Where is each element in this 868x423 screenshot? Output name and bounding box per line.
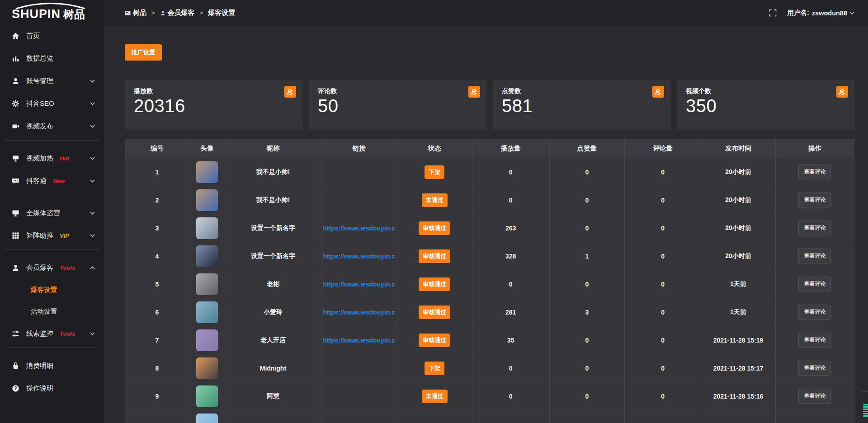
link-cell (321, 410, 397, 423)
nickname-cell: 老人开店 (225, 326, 321, 354)
status-badge: 下架 (425, 165, 444, 179)
plays-cell: 35 (472, 326, 549, 354)
video-link[interactable]: https://www.iesdouyin.c (323, 253, 395, 260)
user-menu[interactable]: 用户名: zswodun88 (788, 9, 855, 17)
bar-chart-icon (12, 55, 19, 62)
sidebar-item-instructions[interactable]: ? 操作说明 (0, 377, 104, 400)
stat-label: 评论数 (318, 87, 477, 95)
sidebar-item-video-heating[interactable]: 视频加热 Hot (0, 147, 104, 169)
publish-time-cell: 1天前 (701, 270, 776, 298)
col-id: 编号 (125, 139, 189, 158)
nickname-cell (225, 410, 321, 423)
likes-cell: 3 (549, 298, 624, 326)
username-value: zswodun88 (812, 9, 847, 17)
likes-cell: 0 (549, 382, 624, 410)
view-comments-button[interactable]: 查看评论 (798, 193, 831, 207)
shopping-bag-icon (12, 362, 19, 370)
view-comments-button[interactable]: 查看评论 (798, 249, 831, 263)
id-cell: 1 (125, 158, 189, 186)
view-comments-button[interactable]: 查看评论 (798, 305, 831, 320)
stat-value: 350 (686, 96, 845, 116)
sidebar-item-label: 数据总览 (26, 54, 53, 63)
stat-card-videos: 视频个数 350 总 (677, 80, 854, 130)
table-row: 2 我不是小帅! 未通过 0 0 0 20小时前 查看评论 (125, 186, 854, 214)
stat-label: 播放数 (134, 87, 293, 95)
id-cell: 5 (125, 270, 189, 298)
video-link[interactable]: https://www.iesdouyin.c (323, 337, 395, 344)
chat-widget[interactable] (860, 391, 868, 419)
breadcrumb-item-member-baoke[interactable]: 会员爆客 (160, 9, 195, 17)
comments-cell: 0 (624, 214, 701, 242)
table-row: 4 设置一个新名字 https://www.iesdouyin.c 审核通过 3… (125, 242, 854, 270)
view-comments-button[interactable]: 查看评论 (798, 389, 831, 404)
breadcrumb-item-root[interactable]: 树品 (125, 9, 146, 17)
view-comments-button[interactable]: 查看评论 (798, 164, 831, 179)
hot-tag: Hot (60, 155, 70, 162)
sidebar-divider (5, 348, 99, 348)
id-cell: 3 (125, 214, 189, 242)
sidebar-item-label: 账号管理 (26, 77, 53, 85)
avatar (196, 329, 218, 351)
status-badge: 下架 (425, 362, 444, 375)
sidebar-item-douketong[interactable]: 抖客通 New (0, 169, 104, 192)
stat-label: 视频个数 (686, 87, 845, 95)
nickname-cell: 设置一个新名字 (225, 242, 321, 270)
sidebar-item-consumption-details[interactable]: 消费明细 (0, 354, 104, 377)
sliders-icon (12, 330, 19, 338)
tools-tag: Tools (60, 264, 75, 271)
grid-icon (12, 232, 19, 240)
sidebar-item-clue-monitor[interactable]: 线索监控 Tools (0, 322, 104, 345)
link-cell (321, 382, 397, 410)
sidebar-item-data-overview[interactable]: 数据总览 (0, 47, 104, 70)
tools-tag: Tools (60, 330, 75, 337)
sidebar-item-home[interactable]: 首页 (0, 24, 104, 47)
promotion-settings-button[interactable]: 推广设置 (125, 44, 162, 61)
plays-cell: 263 (472, 214, 549, 242)
logo: SHUPIN 树品 (0, 0, 104, 24)
sidebar-item-douyin-seo[interactable]: 抖音SEO (0, 92, 104, 115)
sidebar-nav: 首页 数据总览 账号管理 抖音SEO 视频发布 (0, 24, 104, 400)
view-comments-button[interactable]: 查看评论 (798, 361, 831, 376)
publish-time-cell: 20小时前 (701, 214, 776, 242)
col-plays: 播放量 (472, 139, 549, 158)
videos-table-wrap: 编号 头像 昵称 链接 状态 播放量 点赞量 评论量 发布时间 操作 (125, 139, 854, 423)
video-link[interactable]: https://www.iesdouyin.c (323, 309, 395, 316)
nickname-cell: 我不是小帅! (225, 186, 321, 214)
screen-icon (12, 155, 19, 162)
view-comments-button[interactable]: 查看评论 (798, 221, 831, 235)
comments-cell: 0 (624, 326, 701, 354)
chevron-down-icon (90, 212, 95, 215)
sidebar-item-member-baoke[interactable]: 会员爆客 Tools (0, 256, 104, 279)
video-link[interactable]: https://www.iesdouyin.c (323, 225, 395, 232)
sidebar-item-matrix-boost[interactable]: 矩阵助推 VIP (0, 224, 104, 247)
view-comments-button[interactable]: 查看评论 (798, 333, 831, 348)
sidebar-item-account-management[interactable]: 账号管理 (0, 70, 104, 92)
sidebar-item-all-media[interactable]: 全媒体运营 (0, 202, 104, 224)
link-cell: https://www.iesdouyin.c (321, 270, 397, 298)
stat-value: 50 (318, 96, 477, 116)
chevron-down-icon (90, 332, 95, 335)
col-actions: 操作 (775, 139, 854, 158)
table-row: 9 阿慧 未通过 0 0 0 2021-11-28 15:16 查看评论 (125, 382, 854, 410)
breadcrumb-separator: > (151, 9, 155, 16)
chat-bubble-icon (12, 177, 19, 185)
topbar-right: 用户名: zswodun88 (769, 9, 855, 17)
sidebar-item-label: 线索监控 (26, 329, 53, 338)
sidebar-item-video-publish[interactable]: 视频发布 (0, 115, 104, 137)
video-link[interactable]: https://www.iesdouyin.c (323, 281, 395, 288)
plays-cell: 0 (472, 354, 549, 382)
status-badge: 审核通过 (419, 306, 450, 319)
table-row: 7 老人开店 https://www.iesdouyin.c 审核通过 35 0… (125, 326, 854, 354)
sidebar-subitem-activity-settings[interactable]: 活动设置 (0, 301, 104, 322)
fullscreen-icon[interactable] (769, 9, 777, 17)
publish-time-cell: 20小时前 (701, 186, 776, 214)
sidebar-subitem-baoke-settings[interactable]: 爆客设置 (0, 279, 104, 301)
view-comments-button[interactable]: 查看评论 (798, 277, 831, 291)
sidebar-subitem-label: 活动设置 (31, 307, 57, 316)
stat-card-likes: 点赞数 581 总 (493, 80, 670, 130)
sidebar-item-label: 视频发布 (26, 122, 53, 131)
col-likes: 点赞量 (549, 139, 624, 158)
link-cell (321, 158, 397, 186)
total-badge: 总 (284, 86, 296, 98)
avatar (196, 414, 218, 423)
